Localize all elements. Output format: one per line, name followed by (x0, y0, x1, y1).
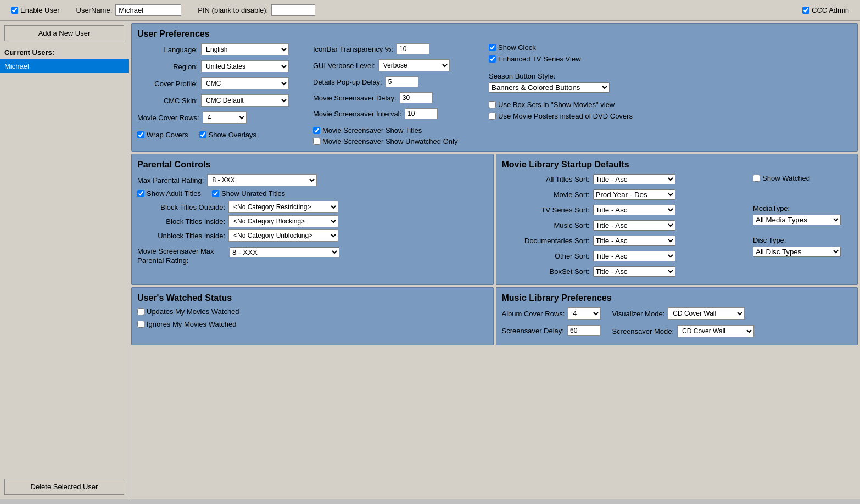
delete-selected-user-button[interactable]: Delete Selected User (4, 479, 124, 495)
user-item-michael[interactable]: Michael (0, 59, 129, 73)
iconbar-transparency-row: IconBar Transparency %: (313, 43, 478, 54)
screensaver-max-group: Movie Screensaver Max Parental Rating: 1… (137, 247, 488, 266)
visualizer-mode-label: Visualizer Mode: (612, 310, 664, 318)
updates-my-movies-checkbox[interactable] (137, 308, 144, 315)
bottom-sections: User's Watched Status Updates My Movies … (131, 287, 858, 345)
pin-group: PIN (blank to disable): (198, 4, 315, 16)
region-row: Region: United States United Kingdom (137, 60, 302, 72)
show-clock-text: Show Clock (498, 43, 536, 52)
tv-series-sort-select[interactable]: Title - Asc (593, 205, 675, 215)
details-popup-input[interactable] (386, 76, 418, 87)
show-adult-titles-label[interactable]: Show Adult Titles (137, 189, 201, 198)
screensaver-mode-select[interactable]: CD Cover Wall None (677, 325, 754, 337)
show-unrated-titles-checkbox[interactable] (212, 190, 219, 197)
season-button-style-select[interactable]: Banners & Colored Buttons Text Only (489, 82, 610, 93)
updates-my-movies-label[interactable]: Updates My Movies Watched (137, 307, 488, 316)
ccc-admin-checkbox[interactable] (802, 7, 809, 14)
unblock-titles-inside-select[interactable]: <No Category Unblocking> (228, 229, 338, 242)
block-titles-inside-select[interactable]: <No Category Blocking> (228, 215, 338, 227)
screensaver-max-select[interactable]: 1 - G 8 - XXX (230, 247, 339, 257)
add-new-user-button[interactable]: Add a New User (4, 25, 124, 41)
visualizer-mode-select[interactable]: CD Cover Wall None (668, 307, 745, 320)
enable-user-checkbox[interactable] (11, 7, 18, 14)
parental-controls-title: Parental Controls (137, 160, 488, 170)
use-movie-posters-label[interactable]: Use Movie Posters instead of DVD Covers (489, 112, 643, 120)
disc-type-select[interactable]: All Disc Types Single (753, 247, 841, 257)
use-box-sets-label[interactable]: Use Box Sets in "Show Movies" view (489, 100, 643, 109)
movie-screensaver-unwatched-label[interactable]: Movie Screensaver Show Unwatched Only (313, 137, 478, 145)
media-type-select[interactable]: All Media Types DVD (753, 215, 841, 225)
pin-input[interactable] (271, 4, 315, 16)
block-titles-outside-select[interactable]: <No Category Restricting> (228, 201, 338, 213)
gui-verbose-row: GUI Verbose Level: Verbose Normal (313, 59, 478, 71)
music-sort-select[interactable]: Title - Asc (593, 220, 675, 231)
movie-screensaver-interval-input[interactable] (405, 108, 438, 119)
movie-screensaver-show-titles-checkbox[interactable] (313, 127, 320, 134)
enhanced-tv-checkbox[interactable] (489, 55, 496, 63)
pin-label: PIN (blank to disable): (198, 6, 268, 14)
unblock-titles-inside-row: Unblock Titles Inside: <No Category Unbl… (137, 229, 488, 242)
screensaver-max-label: Movie Screensaver Max Parental Rating: (137, 247, 225, 266)
ignores-my-movies-label[interactable]: Ignores My Movies Watched (137, 320, 488, 328)
ccc-admin-checkbox-label[interactable]: CCC Admin (802, 6, 849, 14)
movie-screensaver-delay-input[interactable] (400, 92, 433, 103)
show-unrated-titles-label[interactable]: Show Unrated Titles (212, 189, 285, 198)
movie-screensaver-delay-label: Movie Screensaver Delay: (313, 94, 397, 102)
all-titles-sort-select[interactable]: Title - Asc Prod Year - Des (593, 174, 675, 184)
show-clock-label[interactable]: Show Clock (489, 43, 643, 52)
block-titles-outside-row: Block Titles Outside: <No Category Restr… (137, 201, 488, 213)
username-input[interactable] (115, 4, 181, 16)
gui-verbose-label: GUI Verbose Level: (313, 61, 375, 70)
screensaver-mode-row: Screensaver Mode: CD Cover Wall None (612, 325, 754, 337)
show-overlays-label[interactable]: Show Overlays (199, 131, 256, 139)
movie-cover-rows-select[interactable]: 2 3 4 5 (203, 111, 247, 124)
mid-sections: Parental Controls Max Parental Rating: 1… (131, 154, 858, 285)
all-titles-sort-label: All Titles Sort: (502, 175, 590, 183)
show-adult-titles-checkbox[interactable] (137, 190, 144, 197)
sidebar: Add a New User Current Users: Michael De… (0, 21, 129, 499)
movie-sort-label: Movie Sort: (502, 191, 590, 199)
other-sort-select[interactable]: Title - Asc (593, 251, 675, 261)
screensaver-delay-input[interactable] (567, 325, 600, 336)
movie-screensaver-unwatched-checkbox[interactable] (313, 138, 320, 145)
media-type-group: MediaType: All Media Types DVD (753, 204, 852, 225)
boxset-sort-select[interactable]: Title - Asc (593, 266, 675, 277)
max-parental-rating-select[interactable]: 1 - G 2 - PG 3 - PG13 4 - R 8 - XXX (207, 174, 317, 186)
watched-status-title: User's Watched Status (137, 293, 488, 303)
use-box-sets-checkbox[interactable] (489, 101, 496, 108)
cover-profile-label: Cover Profile: (137, 80, 198, 88)
music-sort-row: Music Sort: Title - Asc (502, 220, 742, 231)
language-label: Language: (137, 46, 198, 54)
all-titles-sort-row: All Titles Sort: Title - Asc Prod Year -… (502, 174, 742, 184)
wrap-covers-label[interactable]: Wrap Covers (137, 131, 188, 139)
album-cover-rows-label: Album Cover Rows: (502, 310, 565, 318)
documentaries-sort-row: Documentaries Sort: Title - Asc (502, 236, 742, 246)
show-clock-checkbox[interactable] (489, 44, 496, 51)
disc-type-group: Disc Type: All Disc Types Single (753, 236, 852, 257)
documentaries-sort-select[interactable]: Title - Asc (593, 236, 675, 246)
movie-cover-rows-row: Movie Cover Rows: 2 3 4 5 (137, 111, 302, 124)
movie-screensaver-show-titles-label[interactable]: Movie Screensaver Show Titles (313, 126, 478, 135)
region-select[interactable]: United States United Kingdom (201, 60, 289, 72)
movie-sort-select[interactable]: Title - Asc Prod Year - Des (593, 189, 675, 200)
show-watched-checkbox[interactable] (753, 175, 760, 182)
language-select[interactable]: English French German Spanish (201, 43, 289, 55)
ignores-my-movies-checkbox[interactable] (137, 321, 144, 328)
gui-verbose-select[interactable]: Verbose Normal (378, 59, 450, 71)
album-cover-rows-row: Album Cover Rows: 2 3 4 (502, 307, 601, 320)
boxset-sort-row: BoxSet Sort: Title - Asc (502, 266, 742, 277)
album-cover-rows-select[interactable]: 2 3 4 (568, 307, 601, 320)
enable-user-checkbox-label[interactable]: Enable User (11, 6, 60, 14)
show-overlays-text: Show Overlays (209, 131, 256, 139)
show-watched-label[interactable]: Show Watched (753, 174, 852, 182)
iconbar-transparency-label: IconBar Transparency %: (313, 45, 393, 53)
cover-profile-select[interactable]: CMC DVD (201, 77, 289, 89)
tv-series-sort-row: TV Series Sort: Title - Asc (502, 205, 742, 215)
wrap-covers-checkbox[interactable] (137, 131, 144, 138)
show-overlays-checkbox[interactable] (199, 131, 206, 138)
cmc-skin-select[interactable]: CMC Default (201, 94, 289, 107)
iconbar-transparency-input[interactable] (397, 43, 429, 54)
use-movie-posters-checkbox[interactable] (489, 113, 496, 120)
enhanced-tv-label[interactable]: Enhanced TV Series View (489, 55, 643, 63)
use-box-sets-text: Use Box Sets in "Show Movies" view (498, 100, 615, 109)
